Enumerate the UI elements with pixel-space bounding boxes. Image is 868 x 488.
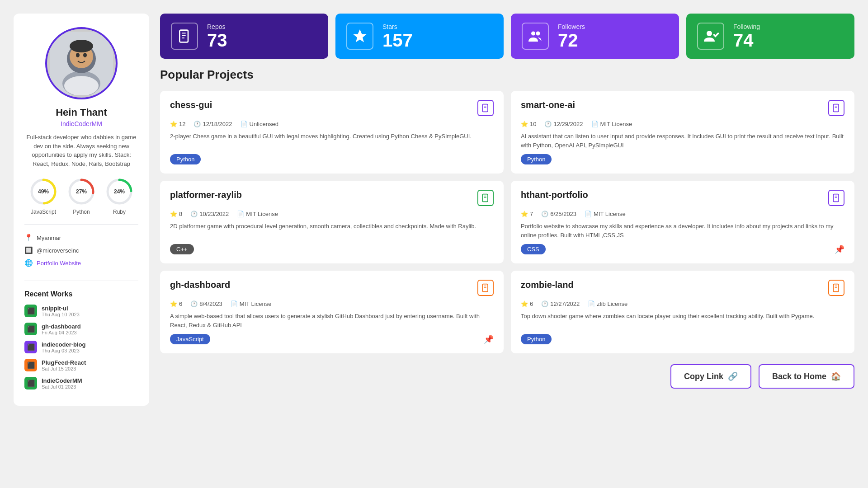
profile-bio: Full-stack developer who dabbles in game… — [24, 133, 138, 168]
copy-link-button[interactable]: Copy Link 🔗 — [670, 364, 751, 389]
svg-rect-34 — [482, 284, 488, 292]
skill-circle-ruby: 24% — [105, 177, 134, 206]
repo-icon-zombie-land — [828, 280, 844, 296]
svg-rect-28 — [482, 194, 488, 202]
svg-point-7 — [64, 76, 99, 95]
link-icon: 🔗 — [728, 371, 738, 381]
svg-point-19 — [531, 32, 535, 36]
svg-rect-37 — [833, 284, 839, 292]
svg-point-4 — [76, 53, 80, 57]
stat-card-repos: Repos 73 — [160, 14, 328, 59]
website-link[interactable]: Portfolio Website — [37, 260, 81, 267]
popular-projects-title: Popular Projects — [160, 68, 854, 82]
divider-2 — [24, 281, 138, 281]
right-panel: Repos 73 Stars 157 — [160, 14, 854, 389]
globe-icon: 🌐 — [24, 259, 33, 267]
stat-card-stars: Stars 157 — [335, 14, 504, 59]
svg-rect-22 — [482, 104, 488, 112]
svg-marker-18 — [353, 29, 367, 42]
svg-point-5 — [83, 53, 87, 57]
repo-icon-chess-gui — [477, 100, 494, 116]
svg-rect-14 — [179, 30, 188, 42]
recent-item-0: ⬛ snippit-ui Thu Aug 10 2023 — [24, 305, 138, 317]
svg-point-21 — [707, 31, 712, 36]
project-card-gh-dashboard: gh-dashboard ⭐ 6 🕐 8/4/2023 📄 MIT Licens… — [160, 271, 504, 353]
project-card-chess-gui: chess-gui ⭐ 12 🕐 12/18/2022 📄 Unlicensed… — [160, 91, 504, 174]
svg-rect-31 — [833, 194, 839, 202]
project-card-zombie-land: zombie-land ⭐ 6 🕐 12/27/2022 📄 zlib Lice… — [511, 271, 854, 353]
back-to-home-button[interactable]: Back to Home 🏠 — [759, 364, 854, 389]
recent-item-3: ⬛ PlugFeed-React Sat Jul 15 2023 — [24, 359, 138, 371]
twitter-row: 🔲 @microverseinc — [24, 246, 138, 254]
followers-icon — [522, 23, 549, 50]
recent-item-2: ⬛ indiecoder-blog Thu Aug 03 2023 — [24, 341, 138, 353]
home-icon: 🏠 — [831, 371, 841, 381]
avatar — [45, 27, 118, 99]
location-icon: 📍 — [24, 234, 33, 242]
recent-icon-3: ⬛ — [24, 359, 37, 371]
stat-card-following: Following 74 — [686, 14, 854, 59]
projects-grid: chess-gui ⭐ 12 🕐 12/18/2022 📄 Unlicensed… — [160, 91, 854, 353]
project-card-smart-one-ai: smart-one-ai ⭐ 10 🕐 12/29/2022 📄 MIT Lic… — [511, 91, 854, 174]
divider — [24, 224, 138, 225]
svg-point-20 — [536, 32, 540, 36]
project-card-hthant-portfolio: hthant-portfolio ⭐ 7 🕐 6/25/2023 📄 MIT L… — [511, 181, 854, 263]
twitter-icon: 🔲 — [24, 246, 33, 254]
recent-works-title: Recent Works — [24, 290, 138, 298]
recent-item-1: ⬛ gh-dashboard Fri Aug 04 2023 — [24, 323, 138, 335]
repo-icon-hthant-portfolio — [828, 190, 844, 206]
skill-python: 27% Python — [67, 177, 96, 215]
svg-point-6 — [70, 40, 93, 52]
stats-row: Repos 73 Stars 157 — [160, 14, 854, 59]
bottom-buttons: Copy Link 🔗 Back to Home 🏠 — [160, 364, 854, 389]
recent-icon-0: ⬛ — [24, 305, 37, 317]
skill-ruby: 24% Ruby — [105, 177, 134, 215]
project-card-platformer-raylib: platformer-raylib ⭐ 8 🕐 10/23/2022 📄 MIT… — [160, 181, 504, 263]
recent-item-4: ⬛ IndieCoderMM Sat Jul 01 2023 — [24, 377, 138, 389]
repo-icon-platformer-raylib — [477, 190, 494, 206]
profile-name: Hein Thant — [56, 107, 107, 118]
following-icon — [697, 23, 724, 50]
recent-icon-4: ⬛ — [24, 377, 37, 389]
repo-icon-gh-dashboard — [477, 280, 494, 296]
pin-icon-portfolio: 📌 — [835, 244, 844, 254]
pin-icon-gh-dashboard: 📌 — [484, 334, 494, 344]
skill-circle-javascript: 49% — [29, 177, 58, 206]
skill-javascript: 49% JavaScript — [29, 177, 58, 215]
svg-rect-25 — [833, 104, 839, 112]
location-row: 📍 Myanmar — [24, 234, 138, 242]
repo-icon-smart-one-ai — [828, 100, 844, 116]
profile-username: IndieCoderMM — [61, 120, 102, 127]
repos-icon — [171, 23, 198, 50]
recent-works-list: ⬛ snippit-ui Thu Aug 10 2023 ⬛ gh-dashbo… — [24, 305, 138, 395]
website-row: 🌐 Portfolio Website — [24, 259, 138, 267]
left-panel: Hein Thant IndieCoderMM Full-stack devel… — [14, 14, 149, 406]
stars-icon — [346, 23, 373, 50]
skills-row: 49% JavaScript 27% Python 24% R — [29, 177, 134, 215]
stat-card-followers: Followers 72 — [511, 14, 679, 59]
recent-icon-1: ⬛ — [24, 323, 37, 335]
skill-circle-python: 27% — [67, 177, 96, 206]
recent-icon-2: ⬛ — [24, 341, 37, 353]
